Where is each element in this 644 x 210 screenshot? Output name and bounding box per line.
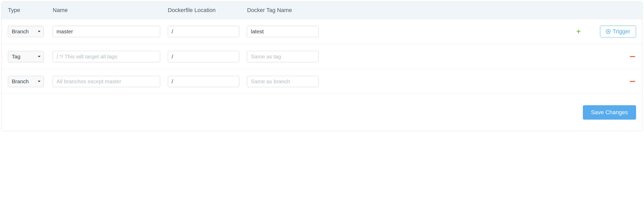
docker-tag-input[interactable] xyxy=(247,26,319,37)
name-input[interactable] xyxy=(53,51,160,62)
type-select-value: Branch xyxy=(12,28,29,35)
type-select-value: Branch xyxy=(12,78,29,85)
save-changes-button[interactable]: Save Changes xyxy=(583,105,636,120)
name-input[interactable] xyxy=(53,76,160,87)
remove-row-button[interactable] xyxy=(629,53,636,60)
build-settings-panel: Type Name Dockerfile Location Docker Tag… xyxy=(2,2,642,131)
trigger-button[interactable]: Trigger xyxy=(600,26,636,37)
play-circle-icon xyxy=(606,29,610,34)
header-location: Dockerfile Location xyxy=(168,7,247,14)
docker-tag-input[interactable] xyxy=(247,51,319,62)
trigger-button-label: Trigger xyxy=(613,28,630,35)
header-name: Name xyxy=(53,7,168,14)
minus-icon xyxy=(630,56,635,57)
dockerfile-location-input[interactable] xyxy=(168,51,239,62)
minus-icon xyxy=(630,81,635,82)
save-changes-label: Save Changes xyxy=(591,109,628,116)
header-tag: Docker Tag Name xyxy=(247,7,326,14)
name-input[interactable] xyxy=(53,26,160,37)
header-type: Type xyxy=(8,7,53,14)
caret-down-icon xyxy=(38,81,40,82)
plus-icon: + xyxy=(576,28,581,35)
type-select[interactable]: Branch xyxy=(8,26,44,37)
table-row: Branch xyxy=(2,69,642,94)
add-row-button[interactable]: + xyxy=(575,28,582,35)
caret-down-icon xyxy=(38,56,40,57)
dockerfile-location-input[interactable] xyxy=(168,76,239,87)
type-select[interactable]: Branch xyxy=(8,76,44,87)
table-row: Tag xyxy=(2,44,642,69)
table-header: Type Name Dockerfile Location Docker Tag… xyxy=(2,2,642,19)
type-select[interactable]: Tag xyxy=(8,51,44,62)
footer: Save Changes xyxy=(2,94,642,131)
type-select-value: Tag xyxy=(12,54,20,60)
caret-down-icon xyxy=(38,31,40,32)
dockerfile-location-input[interactable] xyxy=(168,26,239,37)
docker-tag-input[interactable] xyxy=(247,76,319,87)
table-row: Branch + Trigger xyxy=(2,19,642,44)
remove-row-button[interactable] xyxy=(629,78,636,85)
